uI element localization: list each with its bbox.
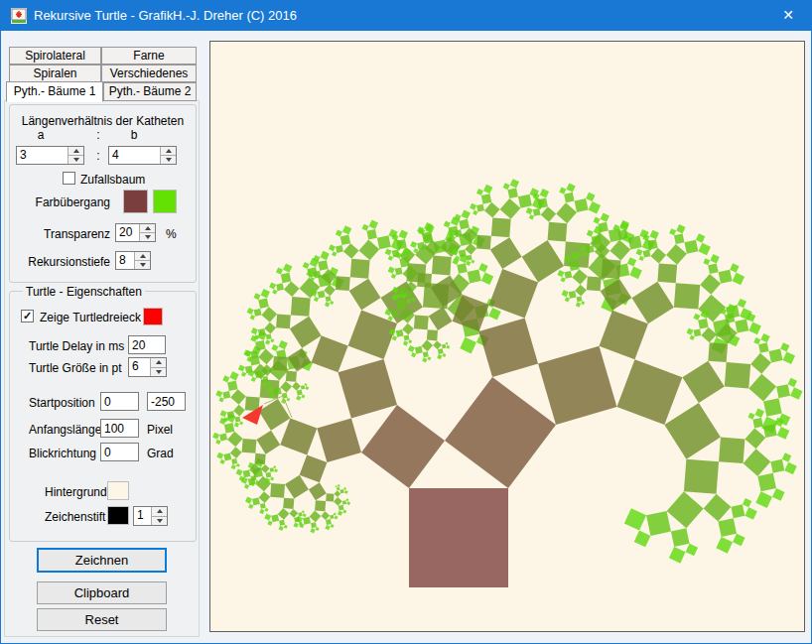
percent-label: % bbox=[166, 227, 177, 241]
tab-spiralen[interactable]: Spiralen bbox=[9, 64, 101, 82]
ratio-b-down-arrow[interactable] bbox=[161, 156, 176, 164]
anfangslaenge-label: Anfangslänge bbox=[29, 423, 101, 437]
ratio-a-down-arrow[interactable] bbox=[68, 156, 83, 164]
stift-breite-stepper[interactable]: 1 bbox=[133, 506, 168, 526]
clipboard-button[interactable]: Clipboard bbox=[37, 581, 167, 604]
turtle-groesse-stepper[interactable]: 6 bbox=[128, 357, 167, 377]
tab-spirolateral[interactable]: Spirolateral bbox=[9, 47, 101, 64]
reset-button[interactable]: Reset bbox=[37, 608, 167, 631]
window-title: Rekursive Turtle - Grafik bbox=[34, 1, 173, 30]
zeichnen-button[interactable]: Zeichnen bbox=[37, 548, 167, 573]
start-x-input[interactable] bbox=[100, 392, 139, 411]
ratio-a-stepper[interactable]: 3 bbox=[16, 146, 84, 165]
close-button[interactable]: ✕ bbox=[765, 1, 811, 31]
farbuebergang-label: Farbübergang bbox=[21, 195, 110, 209]
rekursionstiefe-up-arrow[interactable] bbox=[135, 252, 150, 261]
hintergrund-swatch[interactable] bbox=[107, 481, 129, 500]
tab-pyth-baeume-1[interactable]: Pyth.- Bäume 1 bbox=[6, 81, 103, 102]
rekursionstiefe-stepper[interactable]: 8 bbox=[115, 251, 151, 270]
startposition-label: Startposition bbox=[29, 396, 95, 410]
ratio-a-up-arrow[interactable] bbox=[68, 147, 83, 156]
stift-down-arrow[interactable] bbox=[152, 517, 167, 526]
grad-label: Grad bbox=[147, 447, 174, 460]
turtle-groesse-label: Turtle Größe in pt bbox=[29, 361, 122, 375]
anfangslaenge-input[interactable] bbox=[100, 419, 139, 438]
zeige-turtledreieck-label: Zeige Turtledreieck bbox=[40, 311, 141, 324]
blickrichtung-input[interactable] bbox=[100, 443, 139, 461]
turtle-color-swatch[interactable] bbox=[143, 308, 163, 325]
zeichenstift-swatch[interactable] bbox=[107, 506, 129, 525]
zeige-turtledreieck-checkbox[interactable]: ✓ bbox=[21, 310, 34, 322]
blickrichtung-label: Blickrichtung bbox=[29, 447, 96, 460]
color-end-swatch[interactable] bbox=[153, 190, 177, 213]
stift-up-arrow[interactable] bbox=[152, 507, 167, 517]
zeichenstift-label: Zeichenstift bbox=[45, 510, 105, 524]
title-bar: Rekursive Turtle - Grafik H.-J. Dreher (… bbox=[1, 1, 811, 31]
start-y-input[interactable] bbox=[147, 392, 186, 411]
b-label: b bbox=[124, 128, 144, 142]
tab-farne[interactable]: Farne bbox=[101, 47, 197, 64]
a-label: a bbox=[31, 128, 51, 142]
turtle-groesse-down-arrow[interactable] bbox=[151, 368, 166, 377]
zufallsbaum-label: Zufallsbaum bbox=[80, 173, 145, 187]
rekursionstiefe-label: Rekursionstiefe bbox=[26, 255, 110, 269]
turtle-delay-label: Turtle Delay in ms bbox=[29, 339, 124, 353]
window-author: H.-J. Dreher (C) 2016 bbox=[173, 1, 297, 30]
pythagoras-tree-canvas bbox=[210, 42, 804, 631]
spinner-colon-label: : bbox=[93, 149, 103, 163]
ab-colon-label: : bbox=[93, 128, 103, 142]
app-window: Rekursive Turtle - Grafik H.-J. Dreher (… bbox=[0, 0, 812, 644]
transparenz-label: Transparenz bbox=[31, 227, 110, 241]
transparenz-up-arrow[interactable] bbox=[140, 224, 155, 233]
tab-verschiedenes[interactable]: Verschiedenes bbox=[101, 64, 197, 82]
tab-pyth-baeume-2[interactable]: Pyth.- Bäume 2 bbox=[103, 82, 197, 101]
rekursionstiefe-down-arrow[interactable] bbox=[135, 261, 150, 269]
turtle-groesse-value: 6 bbox=[129, 358, 150, 376]
ratio-b-stepper[interactable]: 4 bbox=[108, 146, 177, 165]
pixel-label: Pixel bbox=[147, 423, 173, 437]
zufallsbaum-checkbox[interactable] bbox=[63, 172, 75, 185]
color-start-swatch[interactable] bbox=[123, 190, 148, 213]
app-icon bbox=[11, 8, 27, 24]
ratio-b-up-arrow[interactable] bbox=[161, 147, 176, 156]
transparenz-value: 20 bbox=[116, 224, 139, 241]
ratio-b-value: 4 bbox=[109, 147, 160, 164]
drawing-panel[interactable] bbox=[209, 41, 805, 632]
ratio-a-value: 3 bbox=[17, 147, 68, 164]
turtle-groupbox bbox=[9, 291, 197, 542]
hintergrund-label: Hintergrund bbox=[45, 485, 107, 499]
turtle-delay-input[interactable] bbox=[128, 335, 166, 354]
katheten-title: Längenverhältnis der Katheten bbox=[11, 114, 195, 128]
transparenz-down-arrow[interactable] bbox=[140, 233, 155, 241]
transparenz-stepper[interactable]: 20 bbox=[115, 223, 156, 242]
turtle-group-title: Turtle - Eigenschaften bbox=[23, 285, 145, 299]
stift-breite-value: 1 bbox=[134, 507, 151, 525]
turtle-groesse-up-arrow[interactable] bbox=[151, 358, 166, 368]
rekursionstiefe-value: 8 bbox=[116, 252, 134, 269]
